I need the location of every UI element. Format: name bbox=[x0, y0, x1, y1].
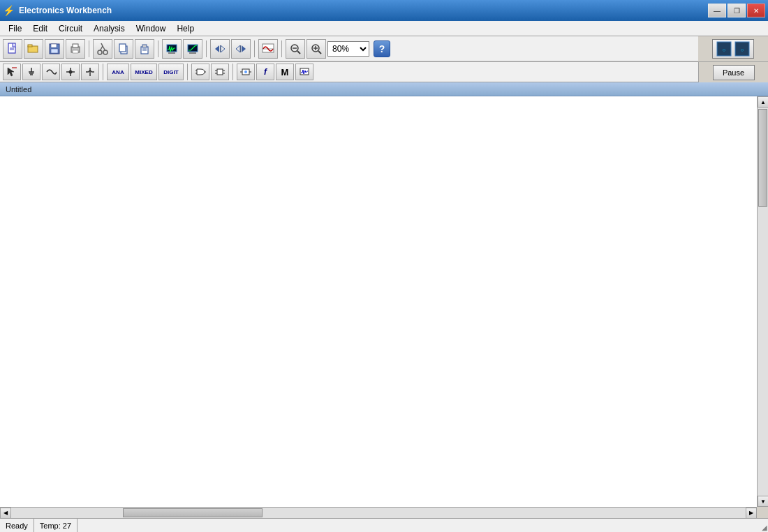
print-button[interactable] bbox=[66, 39, 85, 59]
svg-rect-25 bbox=[189, 52, 196, 54]
svg-line-40 bbox=[318, 51, 321, 54]
sep-2 bbox=[158, 40, 158, 57]
svg-rect-60 bbox=[217, 69, 223, 75]
oscilloscope-tool[interactable] bbox=[295, 64, 313, 80]
window-title: Electronics Workbench bbox=[19, 6, 112, 15]
scroll-down-button[interactable]: ▼ bbox=[758, 496, 768, 507]
svg-rect-4 bbox=[28, 45, 32, 47]
svg-rect-17 bbox=[119, 44, 126, 52]
zoom-dropdown[interactable]: 50% 60% 70% 80% 90% 100% 125% 150% 200% bbox=[327, 41, 369, 57]
scroll-up-button[interactable]: ▲ bbox=[758, 96, 768, 108]
svg-marker-29 bbox=[242, 45, 246, 52]
scrollbar-corner bbox=[757, 507, 768, 518]
open-button[interactable] bbox=[24, 39, 43, 59]
svg-marker-45 bbox=[8, 68, 14, 76]
svg-rect-19 bbox=[142, 45, 147, 47]
analog-components-button[interactable]: ANA bbox=[107, 64, 129, 80]
sep-3 bbox=[206, 40, 207, 57]
scroll-left-button[interactable]: ◀ bbox=[0, 508, 11, 519]
vscroll-track[interactable] bbox=[758, 108, 768, 496]
hscroll-track[interactable] bbox=[11, 508, 746, 518]
status-text: Ready bbox=[6, 522, 28, 530]
svg-rect-9 bbox=[73, 44, 78, 47]
toolbar-1: 50% 60% 70% 80% 90% 100% 125% 150% 200% … bbox=[0, 36, 698, 61]
status-ready: Ready bbox=[0, 519, 34, 532]
paste-button[interactable] bbox=[135, 39, 154, 59]
vscroll-thumb[interactable] bbox=[758, 109, 767, 207]
new-button[interactable] bbox=[3, 39, 22, 59]
junction-tool[interactable] bbox=[61, 64, 80, 80]
zoom-in-button[interactable] bbox=[307, 39, 326, 59]
menu-help[interactable]: Help bbox=[171, 21, 200, 36]
scroll-right-button[interactable]: ▶ bbox=[746, 508, 757, 519]
svg-marker-26 bbox=[215, 45, 219, 52]
crossover-tool[interactable] bbox=[81, 64, 99, 80]
restore-button[interactable]: ❐ bbox=[728, 3, 746, 17]
sep-4 bbox=[254, 40, 255, 57]
menu-edit[interactable]: Edit bbox=[27, 21, 53, 36]
svg-rect-10 bbox=[73, 50, 78, 53]
menu-window[interactable]: Window bbox=[131, 21, 172, 36]
menu-analysis[interactable]: Analysis bbox=[88, 21, 131, 36]
svg-line-36 bbox=[297, 51, 300, 54]
resize-grip[interactable]: ◢ bbox=[757, 521, 768, 532]
minimize-button[interactable]: — bbox=[708, 3, 726, 17]
close-button[interactable]: ✕ bbox=[747, 3, 765, 17]
flip-vertical-button[interactable] bbox=[231, 39, 251, 59]
mixed-components-button[interactable]: MIXED bbox=[131, 64, 157, 80]
svg-point-53 bbox=[69, 71, 73, 74]
menu-file[interactable]: File bbox=[3, 21, 27, 36]
title-left: ⚡ Electronics Workbench bbox=[3, 5, 112, 16]
instrument-display[interactable]: ○ ○ bbox=[712, 39, 754, 59]
sep-t2-1 bbox=[103, 64, 103, 80]
indicator-button[interactable] bbox=[237, 64, 255, 80]
main-area: Untitled ▲ ▼ ◀ ▶ bbox=[0, 82, 768, 518]
bode-button[interactable] bbox=[183, 39, 202, 59]
sep-t2-3 bbox=[232, 64, 233, 80]
hscroll-thumb[interactable] bbox=[123, 508, 263, 517]
horizontal-scrollbar: ◀ ▶ bbox=[0, 507, 757, 518]
cut-button[interactable] bbox=[93, 39, 112, 59]
toolbar-2: ANA MIXED DIGIT bbox=[0, 62, 698, 83]
svg-rect-6 bbox=[51, 44, 57, 47]
analysis-button[interactable] bbox=[258, 39, 278, 59]
sep-1 bbox=[89, 40, 89, 57]
gates-button[interactable] bbox=[191, 64, 209, 80]
ground-tool[interactable] bbox=[22, 64, 40, 80]
title-bar: ⚡ Electronics Workbench — ❐ ✕ bbox=[0, 0, 768, 21]
status-temp: Temp: 27 bbox=[34, 519, 77, 532]
svg-text:○: ○ bbox=[723, 47, 726, 53]
flip-horizontal-button[interactable] bbox=[210, 39, 230, 59]
canvas-container: Untitled ▲ ▼ ◀ ▶ bbox=[0, 82, 768, 518]
menu-bar: File Edit Circuit Analysis Window Help bbox=[0, 21, 768, 36]
copy-button[interactable] bbox=[114, 39, 133, 59]
ic-button[interactable] bbox=[211, 64, 229, 80]
title-controls: — ❐ ✕ bbox=[708, 3, 765, 17]
status-bar: Ready Temp: 27 ◢ bbox=[0, 518, 768, 532]
menu-circuit[interactable]: Circuit bbox=[53, 21, 88, 36]
save-button[interactable] bbox=[45, 39, 64, 59]
multimeter-button[interactable]: M bbox=[276, 64, 294, 80]
wire-tool[interactable] bbox=[42, 64, 60, 80]
function-generator-button[interactable]: f bbox=[256, 64, 274, 80]
canvas-scroll-area: ▲ ▼ ◀ ▶ bbox=[0, 96, 768, 518]
pause-button[interactable]: Pause bbox=[713, 65, 755, 80]
canvas-title-bar: Untitled bbox=[0, 82, 768, 96]
app-icon: ⚡ bbox=[3, 5, 15, 16]
svg-line-15 bbox=[101, 43, 103, 46]
canvas-title: Untitled bbox=[6, 85, 31, 94]
svg-marker-31 bbox=[236, 45, 240, 52]
svg-marker-28 bbox=[221, 45, 225, 52]
vertical-scrollbar: ▲ ▼ bbox=[757, 96, 768, 507]
help-button[interactable]: ? bbox=[374, 40, 390, 57]
svg-point-68 bbox=[244, 71, 247, 73]
pointer-tool[interactable] bbox=[3, 64, 21, 80]
digital-components-button[interactable]: DIGIT bbox=[158, 64, 184, 80]
zoom-out-button[interactable] bbox=[286, 39, 305, 59]
svg-rect-7 bbox=[51, 49, 58, 53]
circuit-canvas[interactable] bbox=[0, 96, 757, 507]
sep-t2-2 bbox=[187, 64, 188, 80]
oscilloscope-button[interactable] bbox=[162, 39, 182, 59]
svg-rect-23 bbox=[168, 52, 175, 54]
temp-label: Temp: bbox=[40, 522, 61, 530]
